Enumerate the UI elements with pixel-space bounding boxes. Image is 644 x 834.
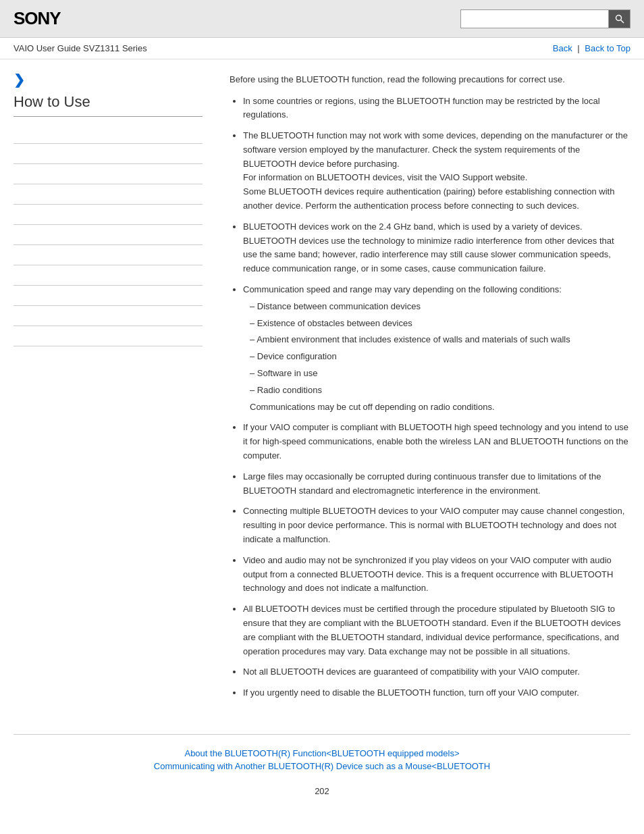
sidebar-links	[14, 124, 203, 346]
sub-list-item: Radio conditions	[250, 384, 630, 398]
list-item: If you urgently need to disable the BLUE…	[243, 686, 630, 700]
sub-list-item: Distance between communication devices	[250, 300, 630, 314]
list-item: Video and audio may not be synchronized …	[243, 554, 630, 596]
svg-line-1	[620, 20, 624, 23]
sidebar-item	[14, 306, 203, 326]
sidebar-item	[14, 164, 203, 184]
list-item: BLUETOOTH devices work on the 2.4 GHz ba…	[243, 220, 630, 276]
sub-note: Communications may be cut off depending …	[230, 400, 630, 415]
sub-list: Distance between communication devices E…	[243, 300, 630, 398]
footer-link-1[interactable]: About the BLUETOOTH(R) Function<BLUETOOT…	[14, 748, 630, 758]
svg-point-0	[616, 15, 621, 20]
sidebar-title: How to Use	[14, 93, 203, 117]
search-button[interactable]	[609, 9, 630, 28]
list-item: Large files may occasionally be corrupte…	[243, 470, 630, 498]
list-item: If your VAIO computer is compliant with …	[243, 421, 630, 463]
sidebar-item	[14, 225, 203, 245]
list-item: Connecting multiple BLUETOOTH devices to…	[243, 504, 630, 546]
sub-list-item: Ambient environment that includes existe…	[250, 333, 630, 347]
nav-separator: |	[577, 43, 582, 53]
content-area: Before using the BLUETOOTH function, rea…	[216, 73, 630, 707]
sidebar-item	[14, 124, 203, 144]
chevron-icon: ❯	[14, 73, 203, 86]
footer-link-2[interactable]: Communicating with Another BLUETOOTH(R) …	[14, 761, 630, 771]
sidebar-item	[14, 205, 203, 225]
content-list: In some countries or regions, using the …	[230, 95, 630, 700]
list-item: The BLUETOOTH function may not work with…	[243, 129, 630, 213]
sub-list-item: Software in use	[250, 367, 630, 381]
sony-logo: SONY	[14, 8, 61, 29]
main-content: ❯ How to Use Before using the BLUETOOTH …	[0, 59, 644, 721]
search-icon	[615, 14, 624, 24]
list-item: In some countries or regions, using the …	[243, 95, 630, 123]
sidebar-item	[14, 245, 203, 265]
sidebar: ❯ How to Use	[14, 73, 216, 707]
nav-links: Back | Back to Top	[553, 43, 630, 53]
footer-links: About the BLUETOOTH(R) Function<BLUETOOT…	[0, 741, 644, 781]
sub-list-item: Existence of obstacles between devices	[250, 317, 630, 331]
list-item: All BLUETOOTH devices must be certified …	[243, 602, 630, 658]
back-to-top-link[interactable]: Back to Top	[585, 43, 630, 53]
search-input[interactable]	[460, 9, 609, 28]
sidebar-item	[14, 326, 203, 346]
footer-separator	[14, 734, 630, 735]
sidebar-item	[14, 265, 203, 286]
page-header: SONY	[0, 0, 644, 38]
sidebar-item	[14, 144, 203, 164]
list-item: Communication speed and range may vary d…	[243, 283, 630, 414]
sub-list-item: Device configuration	[250, 350, 630, 364]
page-number: 202	[0, 781, 644, 810]
search-area	[460, 9, 630, 28]
list-item: Not all BLUETOOTH devices are guaranteed…	[243, 665, 630, 679]
nav-title: VAIO User Guide SVZ1311 Series	[14, 43, 147, 53]
content-intro: Before using the BLUETOOTH function, rea…	[230, 73, 630, 86]
back-link[interactable]: Back	[553, 43, 572, 53]
sidebar-item	[14, 286, 203, 306]
sidebar-item	[14, 184, 203, 205]
nav-bar: VAIO User Guide SVZ1311 Series Back | Ba…	[0, 38, 644, 59]
